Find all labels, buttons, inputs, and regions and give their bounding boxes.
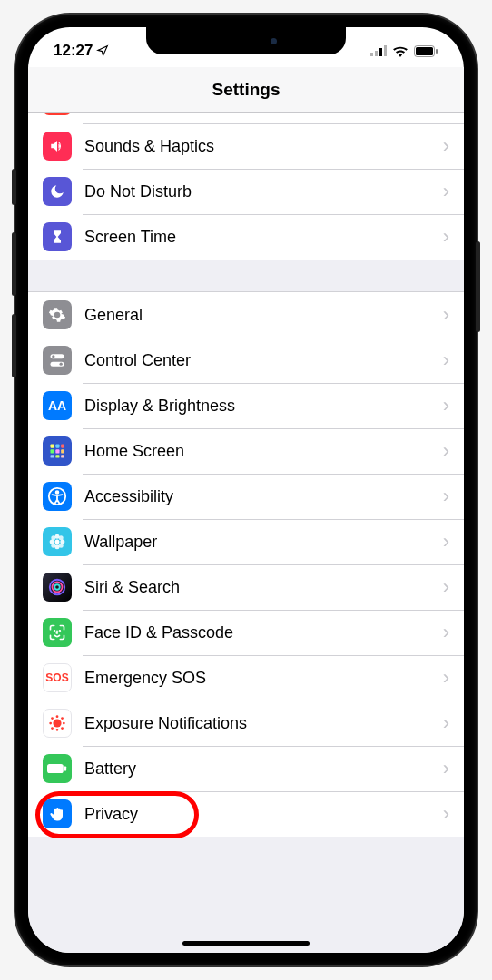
svg-rect-14 [51, 449, 54, 453]
svg-rect-2 [379, 48, 382, 56]
label-exposure: Exposure Notifications [72, 714, 443, 733]
svg-rect-1 [375, 51, 378, 56]
svg-rect-12 [55, 445, 59, 448]
label-accessibility: Accessibility [72, 487, 443, 506]
settings-group-1: Notifications › Sounds & Haptics › Do No… [28, 113, 464, 260]
screen: 12:27 [28, 27, 464, 953]
nav-header: Settings [28, 67, 464, 113]
chevron-right-icon: › [443, 711, 449, 735]
svg-point-29 [51, 544, 55, 548]
group-separator [28, 260, 464, 292]
svg-point-40 [63, 722, 65, 725]
flower-icon [43, 527, 72, 556]
chevron-right-icon: › [443, 802, 449, 826]
row-exposure[interactable]: Exposure Notifications › [28, 701, 464, 746]
label-sounds: Sounds & Haptics [72, 137, 443, 156]
row-controlcenter[interactable]: Control Center › [28, 338, 464, 383]
row-wallpaper[interactable]: Wallpaper › [28, 519, 464, 564]
svg-rect-16 [61, 449, 64, 453]
row-sos[interactable]: SOS Emergency SOS › [28, 655, 464, 701]
virus-icon [43, 709, 72, 738]
row-battery[interactable]: Battery › [28, 746, 464, 791]
svg-rect-11 [51, 445, 54, 448]
battery-icon [414, 45, 438, 57]
row-general[interactable]: General › [28, 292, 464, 338]
row-notifications[interactable]: Notifications › [28, 113, 464, 123]
bell-icon [43, 113, 72, 115]
svg-point-22 [55, 540, 60, 544]
aa-icon: AA [43, 391, 72, 420]
gear-icon [43, 300, 72, 329]
status-time: 12:27 [54, 42, 93, 60]
label-wallpaper: Wallpaper [72, 533, 443, 552]
row-privacy[interactable]: Privacy › [28, 791, 464, 837]
mute-switch [12, 169, 16, 205]
svg-rect-5 [416, 47, 433, 55]
battery-setting-icon [43, 754, 72, 783]
faceid-icon [43, 618, 72, 647]
chevron-right-icon: › [443, 225, 449, 249]
notch [146, 27, 346, 54]
svg-point-32 [53, 583, 63, 593]
svg-point-34 [54, 631, 55, 632]
location-arrow-icon [96, 44, 109, 57]
svg-point-37 [56, 715, 59, 718]
label-screentime: Screen Time [72, 228, 443, 247]
chevron-right-icon: › [443, 394, 449, 417]
signal-icon [370, 45, 387, 56]
label-sos: Emergency SOS [72, 669, 443, 688]
chevron-right-icon: › [443, 621, 449, 644]
row-display[interactable]: AA Display & Brightness › [28, 383, 464, 428]
chevron-right-icon: › [443, 485, 449, 508]
chevron-right-icon: › [443, 666, 449, 690]
phone-frame: 12:27 [15, 15, 477, 965]
siri-icon [43, 573, 72, 602]
row-siri[interactable]: Siri & Search › [28, 564, 464, 610]
svg-point-41 [51, 717, 54, 720]
label-homescreen: Home Screen [72, 442, 443, 461]
label-battery: Battery [72, 760, 443, 779]
svg-rect-45 [47, 764, 64, 773]
hourglass-icon [43, 222, 72, 251]
moon-icon [43, 177, 72, 206]
hand-icon [43, 799, 72, 828]
grid-icon [43, 436, 72, 466]
settings-list[interactable]: Notifications › Sounds & Haptics › Do No… [28, 113, 464, 953]
row-homescreen[interactable]: Home Screen › [28, 428, 464, 474]
row-faceid[interactable]: Face ID & Passcode › [28, 610, 464, 655]
page-title: Settings [212, 80, 280, 100]
wifi-icon [392, 45, 408, 57]
chevron-right-icon: › [443, 439, 449, 463]
svg-point-35 [60, 631, 61, 632]
label-controlcenter: Control Center [72, 351, 443, 370]
svg-point-21 [56, 491, 59, 494]
svg-point-8 [52, 355, 54, 358]
home-indicator[interactable] [182, 941, 310, 946]
label-privacy: Privacy [72, 805, 443, 824]
svg-rect-3 [384, 45, 387, 56]
label-general: General [72, 306, 443, 325]
settings-group-2: General › Control Center › AA Display & … [28, 292, 464, 837]
svg-point-39 [49, 722, 52, 725]
label-siri: Siri & Search [72, 578, 443, 597]
chevron-right-icon: › [443, 757, 449, 780]
row-accessibility[interactable]: Accessibility › [28, 474, 464, 519]
row-sounds[interactable]: Sounds & Haptics › [28, 123, 464, 169]
row-dnd[interactable]: Do Not Disturb › [28, 169, 464, 214]
power-button [476, 241, 480, 332]
svg-point-33 [54, 584, 60, 590]
svg-point-42 [61, 717, 64, 720]
svg-point-43 [51, 727, 54, 730]
svg-rect-17 [51, 455, 54, 457]
svg-rect-6 [436, 49, 438, 54]
svg-point-28 [59, 535, 64, 540]
svg-rect-18 [55, 455, 59, 457]
chevron-right-icon: › [443, 303, 449, 327]
chevron-right-icon: › [443, 348, 449, 372]
svg-rect-19 [61, 455, 64, 457]
svg-point-27 [51, 535, 55, 540]
row-screentime[interactable]: Screen Time › [28, 214, 464, 260]
svg-point-38 [56, 729, 59, 731]
svg-point-36 [53, 719, 61, 727]
speaker-icon [43, 132, 72, 161]
